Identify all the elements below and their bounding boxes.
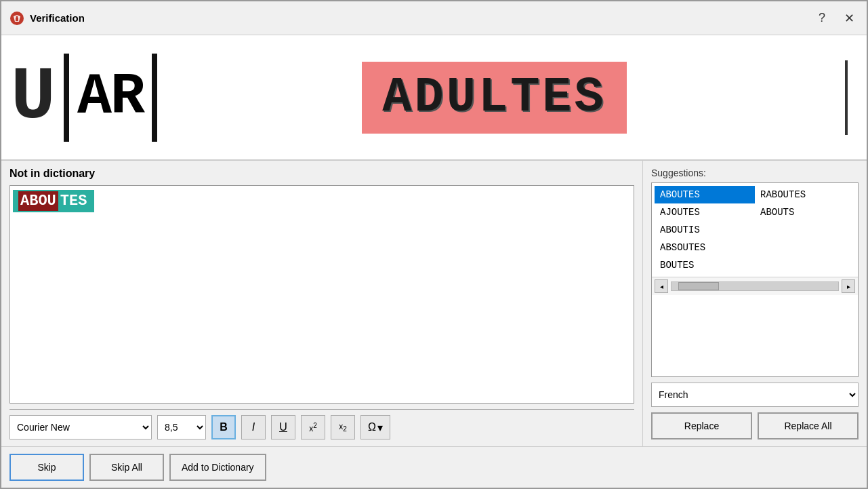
dialog-title: Verification — [30, 12, 85, 24]
italic-icon: I — [252, 421, 255, 433]
suggestions-grid: ABOUTES RABOUTES AJOUTES ABOUTS ABOUTIS … — [652, 183, 858, 277]
suggestions-scrollbar: ◂ ▸ — [652, 277, 858, 295]
size-select[interactable]: 8 8,5 9 10 11 12 — [157, 415, 206, 439]
app-icon — [9, 11, 24, 26]
italic-button[interactable]: I — [241, 415, 266, 439]
suggestion-item[interactable]: ABOUTIS — [655, 221, 755, 239]
vertical-bar-1 — [64, 54, 69, 142]
subscript-button[interactable]: x2 — [331, 415, 355, 439]
suggestions-list: ABOUTES RABOUTES AJOUTES ABOUTS ABOUTIS … — [651, 182, 859, 377]
sub-icon: x2 — [339, 422, 347, 433]
svg-point-2 — [16, 16, 18, 18]
suggestion-item[interactable]: AJOUTES — [655, 203, 755, 221]
title-left: Verification — [9, 11, 85, 26]
vertical-bar-right — [845, 60, 848, 135]
suggestion-item — [755, 221, 855, 239]
right-buttons: Replace Replace All — [651, 412, 859, 439]
formatting-bar: Courier New Arial Times New Roman Verdan… — [9, 415, 634, 439]
scroll-left-button[interactable]: ◂ — [655, 279, 668, 293]
replace-button[interactable]: Replace — [651, 412, 752, 439]
word-highlight: ABOUTES — [13, 190, 94, 212]
suggestion-item[interactable]: ABOUTS — [755, 203, 855, 221]
preview-word: ADULTES — [382, 70, 606, 125]
close-button[interactable]: ✕ — [840, 9, 859, 27]
suggestion-item[interactable]: ABSOUTES — [655, 239, 755, 256]
language-select[interactable]: French English Spanish German — [651, 383, 859, 407]
text-edit-area[interactable]: ABOUTES — [9, 185, 634, 404]
bold-icon: B — [220, 421, 228, 433]
preview-area: U AR ADULTES — [1, 35, 867, 161]
superscript-button[interactable]: x2 — [301, 415, 325, 439]
right-panel: Suggestions: ABOUTES RABOUTES AJOUTES AB… — [643, 161, 867, 446]
word-display: ABOUTES — [10, 186, 634, 216]
preview-char-ar: AR — [75, 69, 146, 126]
suggestion-item[interactable]: RABOUTES — [755, 186, 855, 203]
suggestion-item — [755, 256, 855, 274]
help-button[interactable]: ? — [814, 9, 829, 26]
skip-button[interactable]: Skip — [9, 454, 84, 481]
preview-right — [826, 35, 867, 159]
suggestions-label: Suggestions: — [651, 168, 859, 178]
separator — [9, 409, 634, 410]
main-content: Not in dictionary ABOUTES Courier New Ar… — [1, 161, 867, 446]
left-panel: Not in dictionary ABOUTES Courier New Ar… — [1, 161, 643, 446]
word-part-wrong: ABOU — [18, 191, 58, 211]
not-in-dict-label: Not in dictionary — [9, 168, 634, 180]
special-chars-button[interactable]: Ω ▾ — [360, 415, 390, 439]
scroll-thumb — [678, 282, 719, 290]
suggestion-item[interactable]: ABOUTES — [655, 186, 755, 203]
title-bar: Verification ? ✕ — [1, 1, 867, 35]
suggestion-item[interactable]: BOUTES — [655, 256, 755, 274]
preview-char-u: U — [8, 60, 58, 135]
svg-rect-1 — [16, 18, 18, 21]
underline-button[interactable]: U — [271, 415, 295, 439]
replace-all-button[interactable]: Replace All — [758, 412, 859, 439]
bottom-buttons: Skip Skip All Add to Dictionary — [1, 446, 867, 488]
word-part-right: TES — [58, 191, 89, 211]
verification-dialog: Verification ? ✕ U AR ADULTES — [0, 0, 868, 489]
scroll-track[interactable] — [671, 281, 839, 291]
preview-left-chars: U AR — [1, 35, 163, 159]
scroll-right-button[interactable]: ▸ — [842, 279, 855, 293]
font-select[interactable]: Courier New Arial Times New Roman Verdan… — [9, 415, 152, 439]
underline-icon: U — [279, 421, 287, 433]
preview-content: U AR ADULTES — [1, 35, 867, 159]
super-icon: x2 — [309, 422, 317, 433]
add-to-dict-button[interactable]: Add to Dictionary — [169, 454, 266, 481]
dropdown-arrow-icon: ▾ — [377, 421, 383, 434]
highlighted-word-box: ADULTES — [362, 62, 626, 134]
skip-all-button[interactable]: Skip All — [89, 454, 164, 481]
vertical-bar-2 — [152, 54, 157, 142]
bold-button[interactable]: B — [211, 415, 236, 439]
suggestion-item — [755, 239, 855, 256]
omega-icon: Ω — [368, 421, 376, 433]
title-controls: ? ✕ — [814, 9, 859, 27]
highlighted-word-container: ADULTES — [163, 62, 826, 134]
